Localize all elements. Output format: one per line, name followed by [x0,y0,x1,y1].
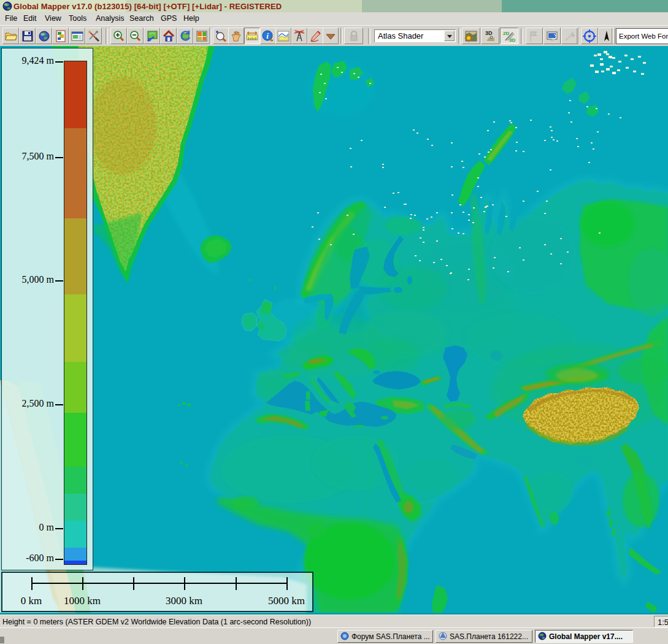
svg-text:3D: 3D [485,30,493,36]
svg-text:i: i [266,31,269,40]
svg-text:2D: 2D [503,31,509,36]
